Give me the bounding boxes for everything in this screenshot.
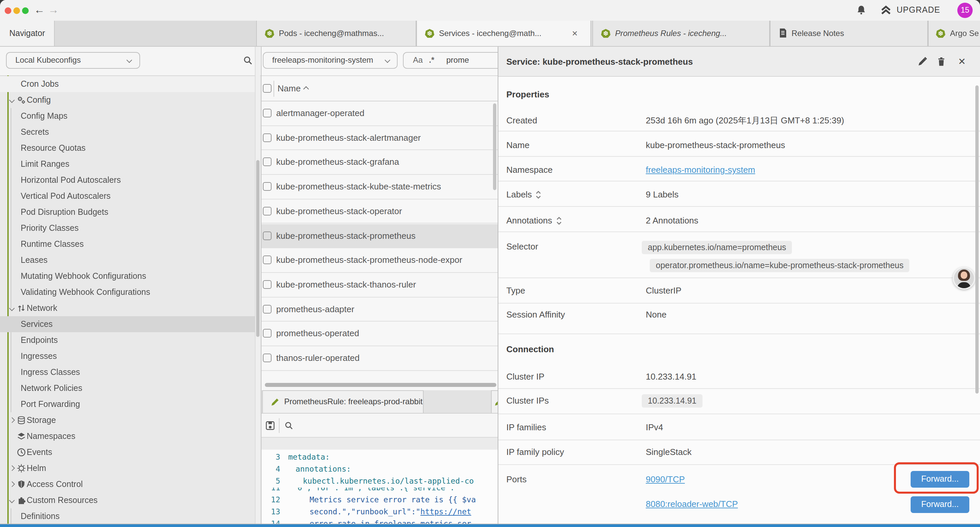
editor-search-icon[interactable] [284,421,294,430]
table-row[interactable]: thanos-ruler-operated [261,346,498,371]
tab-release-notes[interactable]: Release Notes [770,21,928,46]
table-row-selected[interactable]: kube-prometheus-stack-prometheus [261,224,498,248]
table-row[interactable]: kube-prometheus-stack-thanos-ruler [261,273,498,297]
tab-prometheus-rules[interactable]: Prometheus Rules - icecheng... [592,21,770,46]
save-icon[interactable] [266,421,275,430]
tab-pods[interactable]: Pods - icecheng@mathmas... [256,21,416,46]
sidebar-item-mutating-webhook-configurations[interactable]: Mutating Webhook Configurations [0,268,256,284]
select-all-checkbox[interactable] [263,84,272,93]
sidebar-item-access-control[interactable]: Access Control [0,476,256,492]
user-avatar[interactable] [953,267,975,290]
sidebar-item-ingress-classes[interactable]: Ingress Classes [0,364,256,380]
sidebar-item-resource-quotas[interactable]: Resource Quotas [0,140,256,156]
tab-services[interactable]: Services - icecheng@math... ✕ [416,21,591,46]
row-checkbox[interactable] [263,353,272,362]
delete-trash-icon[interactable] [937,57,946,67]
tab-argo[interactable]: Argo Se [928,21,980,46]
close-window-button[interactable] [5,7,11,14]
upgrade-button[interactable]: UPGRADE [897,5,940,15]
drawer-scrollbar-thumb[interactable] [975,85,978,393]
namespace-link[interactable]: freeleaps-monitoring-system [646,164,755,176]
table-row[interactable]: alertmanager-operated [261,101,498,126]
editor-tab-partial[interactable] [491,390,498,413]
sidebar-item-network[interactable]: Network [0,300,256,316]
sidebar-scrollbar[interactable] [255,47,260,524]
maximize-window-button[interactable] [22,7,29,14]
table-row[interactable]: kube-prometheus-stack-operator [261,199,498,224]
row-checkbox[interactable] [263,304,272,313]
row-checkbox[interactable] [263,158,272,166]
edit-pencil-icon[interactable] [917,57,927,67]
sidebar-item-runtime-classes[interactable]: Runtime Classes [0,236,256,252]
tab-navigator[interactable]: Navigator [0,21,55,46]
yaml-editor[interactable]: 3 metadata: 4 annotations: 5 kubectl.kub… [261,450,498,524]
sidebar-item-endpoints[interactable]: Endpoints [0,332,256,348]
sidebar-item-validating-webhook-configurations[interactable]: Validating Webhook Configurations [0,284,256,300]
search-input-value: prome [446,53,469,68]
table-row[interactable]: kube-prometheus-stack-prometheus-node-ex… [261,248,498,272]
labels-value[interactable]: 9 Labels [646,189,678,201]
match-case-toggle[interactable]: Aa [413,53,423,68]
sidebar-item-storage[interactable]: Storage [0,412,256,428]
notification-count-badge[interactable]: 15 [957,3,973,18]
name-column-header[interactable]: Name [277,76,301,101]
sidebar-item-network-policies[interactable]: Network Policies [0,380,256,396]
row-checkbox[interactable] [263,231,272,240]
table-header: Name [261,76,498,101]
sidebar-item-ingresses[interactable]: Ingresses [0,348,256,364]
table-horizontal-scrollbar[interactable] [265,382,496,387]
sidebar-item-definitions[interactable]: Definitions [0,508,256,524]
sidebar-search-icon[interactable] [243,56,253,65]
close-tab-icon[interactable]: ✕ [572,21,578,46]
port-link-9090[interactable]: 9090/TCP [646,474,685,486]
editor-tab-prometheusrule[interactable]: PrometheusRule: freeleaps-prod-rabbitmq [262,390,424,413]
table-row[interactable]: kube-prometheus-stack-kube-state-metrics [261,175,498,199]
sidebar-scrollbar-thumb[interactable] [256,160,259,337]
upgrade-chevrons-icon[interactable] [881,5,891,15]
search-input[interactable]: Aa .* prome [403,52,498,69]
sidebar-item-limit-ranges[interactable]: Limit Ranges [0,156,256,172]
row-checkbox[interactable] [263,255,272,264]
table-row[interactable]: prometheus-adapter [261,297,498,322]
close-drawer-icon[interactable]: ✕ [958,47,966,77]
row-checkbox[interactable] [263,329,272,338]
minimize-window-button[interactable] [13,7,20,14]
sidebar-item-pod-disruption-budgets[interactable]: Pod Disruption Budgets [0,204,256,220]
sidebar-item-config-maps[interactable]: Config Maps [0,108,256,124]
row-checkbox[interactable] [263,207,272,215]
namespace-filter-select[interactable]: freeleaps-monitoring-system [263,52,398,69]
sort-ascending-icon[interactable] [304,87,309,92]
regex-toggle[interactable]: .* [429,53,434,68]
sidebar-item-priority-classes[interactable]: Priority Classes [0,220,256,236]
sidebar-item-horizontal-pod-autoscalers[interactable]: Horizontal Pod Autoscalers [0,172,256,188]
sidebar-item-helm[interactable]: Helm [0,460,256,476]
row-checkbox[interactable] [263,109,272,118]
sidebar-item-custom-resources[interactable]: Custom Resources [0,492,256,508]
sidebar-item-namespaces[interactable]: Namespaces [0,428,256,444]
sidebar-item-config[interactable]: Config [0,92,256,108]
table-scrollbar-thumb[interactable] [493,103,496,190]
row-checkbox[interactable] [263,133,272,142]
sidebar-item-events[interactable]: Events [0,444,256,460]
expand-updown-icon[interactable] [535,190,542,199]
sidebar-item-port-forwarding[interactable]: Port Forwarding [0,396,256,412]
sidebar-item-cron-jobs[interactable]: Cron Jobs [0,76,256,92]
expand-updown-icon[interactable] [556,216,562,226]
table-row[interactable]: kube-prometheus-stack-grafana [261,150,498,175]
sidebar-item-secrets[interactable]: Secrets [0,124,256,140]
notifications-bell-icon[interactable] [856,5,867,16]
table-row[interactable]: kube-prometheus-stack-alertmanager [261,126,498,150]
back-arrow-icon[interactable]: ← [34,3,45,18]
sidebar-item-services[interactable]: Services [0,316,256,332]
sidebar-item-vertical-pod-autoscalers[interactable]: Vertical Pod Autoscalers [0,188,256,204]
runbook-url-link[interactable]: https://net [420,507,471,516]
sidebar-item-leases[interactable]: Leases [0,252,256,268]
row-checkbox[interactable] [263,280,272,289]
forward-button-8080[interactable]: Forward... [911,496,969,513]
annotations-value[interactable]: 2 Annotations [646,215,698,227]
row-checkbox[interactable] [263,182,272,191]
forward-arrow-icon[interactable]: → [48,3,59,18]
kubeconfig-select[interactable]: Local Kubeconfigs [6,52,140,69]
table-row[interactable]: prometheus-operated [261,322,498,346]
port-link-8080[interactable]: 8080:reloader-web/TCP [646,498,738,510]
